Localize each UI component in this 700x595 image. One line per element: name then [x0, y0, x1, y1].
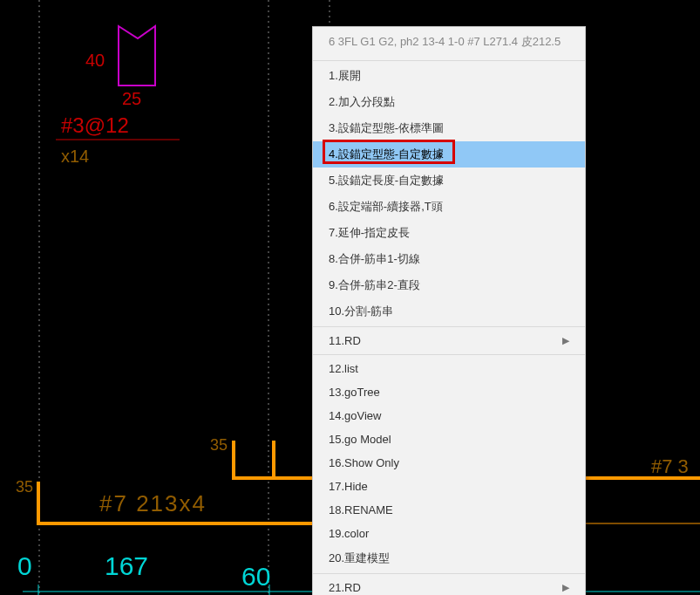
context-menu: 6 3FL G1 G2, ph2 13-4 1-0 #7 L271.4 皮212…	[312, 26, 586, 595]
menu-item-3[interactable]: 3.設錨定型態-依標準圖	[313, 115, 585, 141]
menu-item-17[interactable]: 17.Hide	[313, 475, 585, 498]
menu-item-label: 18.RENAME	[329, 503, 393, 516]
rebar-spec-1: #3@12	[61, 113, 129, 138]
menu-item-label: 21.RD	[329, 581, 361, 594]
menu-item-9[interactable]: 9.合併-筋串2-直段	[313, 272, 585, 298]
menu-item-label: 4.設錨定型態-自定數據	[329, 147, 444, 162]
menu-item-19[interactable]: 19.color	[313, 522, 585, 545]
menu-item-label: 2.加入分段點	[329, 94, 395, 110]
menu-item-label: 14.goView	[329, 409, 381, 422]
menu-item-label: 10.分割-筋串	[329, 304, 393, 319]
menu-item-label: 1.展開	[329, 68, 361, 84]
menu-item-label: 17.Hide	[329, 480, 368, 493]
menu-separator	[313, 354, 585, 355]
menu-item-21[interactable]: 21.RD ▶	[313, 576, 585, 595]
marker-0: 0	[17, 551, 32, 581]
dim-35a: 35	[210, 436, 228, 455]
menu-item-1[interactable]: 1.展開	[313, 63, 585, 89]
menu-item-11[interactable]: 11.RD ▶	[313, 329, 585, 352]
menu-item-5[interactable]: 5.設錨定長度-自定數據	[313, 168, 585, 194]
menu-item-label: 16.Show Only	[329, 456, 399, 469]
menu-separator	[313, 573, 585, 574]
menu-item-label: 19.color	[329, 527, 369, 540]
menu-item-label: 8.合併-筋串1-切線	[329, 251, 420, 267]
menu-item-label: 5.設錨定長度-自定數據	[329, 173, 444, 188]
menu-item-label: 11.RD	[329, 334, 361, 347]
menu-item-label: 6.設定端部-續接器,T頭	[329, 199, 443, 215]
menu-item-label: 3.設錨定型態-依標準圖	[329, 120, 444, 136]
dim-35b: 35	[16, 478, 33, 496]
rebar-spec-2: #7 213x4	[99, 490, 207, 517]
marker-167: 167	[105, 551, 148, 581]
menu-item-label: 20.重建模型	[329, 551, 390, 566]
menu-item-10[interactable]: 10.分割-筋串	[313, 298, 585, 325]
menu-item-15[interactable]: 15.go Model	[313, 427, 585, 451]
menu-item-7[interactable]: 7.延伸-指定皮長	[313, 220, 585, 246]
menu-item-4[interactable]: 4.設錨定型態-自定數據	[313, 141, 585, 168]
menu-separator	[313, 60, 585, 61]
marker-60: 60	[241, 562, 270, 592]
chevron-right-icon: ▶	[562, 335, 569, 346]
menu-item-label: 13.goTree	[329, 386, 380, 399]
menu-item-label: 7.延伸-指定皮長	[329, 225, 410, 241]
label-x14: x14	[61, 147, 89, 167]
menu-item-2[interactable]: 2.加入分段點	[313, 89, 585, 115]
menu-item-18[interactable]: 18.RENAME	[313, 498, 585, 522]
menu-item-12[interactable]: 12.list	[313, 357, 585, 380]
menu-item-16[interactable]: 16.Show Only	[313, 451, 585, 475]
menu-item-13[interactable]: 13.goTree	[313, 380, 585, 404]
chevron-right-icon: ▶	[562, 582, 569, 593]
dim-25: 25	[122, 89, 141, 109]
rebar-spec-3: #7 3	[651, 455, 689, 478]
menu-item-8[interactable]: 8.合併-筋串1-切線	[313, 246, 585, 272]
menu-separator	[313, 326, 585, 327]
menu-item-14[interactable]: 14.goView	[313, 404, 585, 427]
dim-40: 40	[85, 51, 105, 71]
menu-item-label: 9.合併-筋串2-直段	[329, 277, 420, 293]
menu-item-6[interactable]: 6.設定端部-續接器,T頭	[313, 194, 585, 220]
menu-item-label: 12.list	[329, 362, 358, 375]
menu-title: 6 3FL G1 G2, ph2 13-4 1-0 #7 L271.4 皮212…	[313, 27, 585, 58]
menu-item-20[interactable]: 20.重建模型	[313, 545, 585, 571]
menu-item-label: 15.go Model	[329, 433, 391, 446]
